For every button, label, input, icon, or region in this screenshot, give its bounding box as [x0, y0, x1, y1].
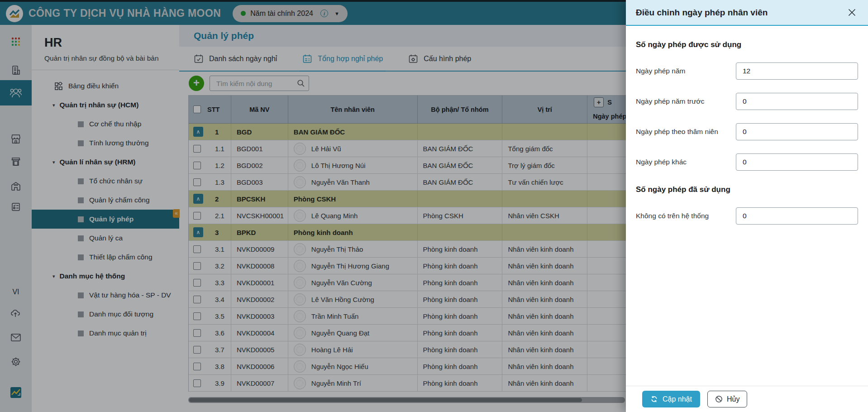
drawer-body: Số ngày phép được sử dụngNgày phép nămNg… — [626, 40, 868, 225]
drawer-title: Điều chỉnh ngày phép nhân viên — [636, 8, 845, 18]
drawer-header: Điều chỉnh ngày phép nhân viên — [626, 0, 868, 26]
close-button[interactable] — [845, 6, 858, 19]
adjust-leave-drawer: Điều chỉnh ngày phép nhân viên Số ngày p… — [626, 0, 868, 412]
cancel-label: Hủy — [727, 395, 739, 403]
drawer-field: Ngày phép khác — [636, 153, 858, 171]
cancel-button[interactable]: Hủy — [707, 391, 747, 407]
close-icon — [848, 9, 856, 16]
drawer-field: Không có trên hệ thống — [636, 207, 858, 225]
field-label: Ngày phép năm — [636, 67, 685, 75]
modal-dim-overlay[interactable] — [0, 0, 626, 412]
update-button[interactable]: Cập nhật — [642, 391, 700, 407]
field-input-0-1[interactable] — [736, 93, 858, 110]
field-label: Ngày phép theo thâm niên — [636, 128, 718, 136]
cancel-icon — [715, 395, 723, 403]
field-label: Ngày phép năm trước — [636, 97, 705, 105]
field-input-0-2[interactable] — [736, 123, 858, 140]
field-input-0-0[interactable] — [736, 62, 858, 80]
drawer-field: Ngày phép năm — [636, 62, 858, 80]
drawer-field: Ngày phép năm trước — [636, 93, 858, 110]
field-label: Không có trên hệ thống — [636, 212, 709, 220]
field-input-0-3[interactable] — [736, 153, 858, 171]
drawer-field: Ngày phép theo thâm niên — [636, 123, 858, 140]
drawer-footer: Cập nhật Hủy — [626, 386, 868, 412]
app-window: CÔNG TY DỊCH VỤ NHÀ HÀNG MOON Năm tài ch… — [0, 0, 868, 412]
update-label: Cập nhật — [663, 395, 692, 403]
drawer-section-heading: Số ngày phép được sử dụng — [636, 40, 858, 49]
field-label: Ngày phép khác — [636, 158, 687, 166]
sync-icon — [650, 395, 658, 403]
drawer-section-heading: Số ngày phép đã sử dụng — [636, 185, 858, 194]
field-input-1-0[interactable] — [736, 207, 858, 225]
